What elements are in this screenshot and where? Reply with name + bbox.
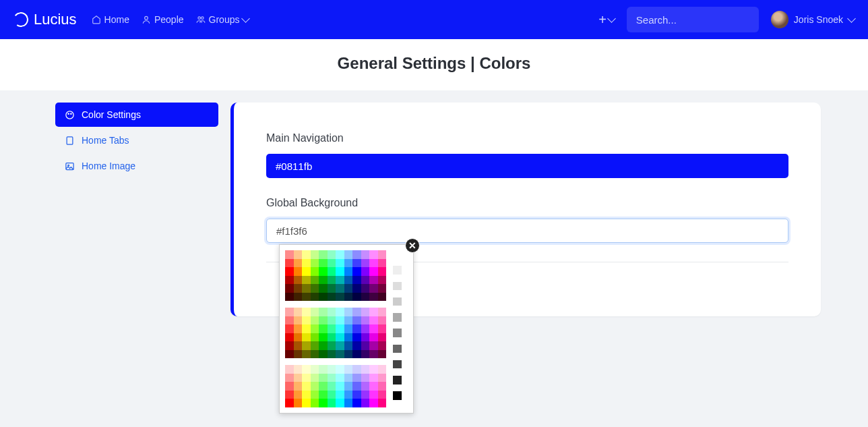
- color-swatch[interactable]: [319, 350, 328, 359]
- color-swatch[interactable]: [311, 293, 319, 302]
- color-swatch[interactable]: [378, 250, 387, 259]
- color-swatch[interactable]: [285, 341, 294, 350]
- color-swatch[interactable]: [294, 350, 303, 359]
- color-swatch[interactable]: [294, 341, 303, 350]
- close-icon[interactable]: ✕: [405, 238, 420, 253]
- color-swatch[interactable]: [369, 276, 378, 285]
- color-swatch[interactable]: [294, 259, 303, 268]
- color-swatch[interactable]: [352, 324, 361, 333]
- color-swatch[interactable]: [294, 267, 303, 276]
- search-input[interactable]: [627, 7, 759, 32]
- brand[interactable]: Lucius: [13, 11, 77, 28]
- color-swatch[interactable]: [294, 382, 303, 391]
- color-swatch[interactable]: [328, 382, 336, 391]
- color-swatch[interactable]: [311, 399, 319, 407]
- color-swatch[interactable]: [328, 267, 336, 276]
- color-swatch[interactable]: [285, 382, 294, 391]
- color-swatch[interactable]: [311, 333, 319, 342]
- color-swatch[interactable]: [311, 341, 319, 350]
- color-swatch[interactable]: [369, 374, 378, 382]
- color-swatch[interactable]: [311, 350, 319, 359]
- color-swatch[interactable]: [311, 276, 319, 285]
- color-swatch[interactable]: [294, 391, 303, 399]
- color-swatch[interactable]: [328, 316, 336, 325]
- color-swatch[interactable]: [378, 267, 387, 276]
- global-bg-color-input[interactable]: [266, 219, 788, 243]
- color-swatch[interactable]: [302, 284, 311, 293]
- color-swatch[interactable]: [302, 391, 311, 399]
- nav-home[interactable]: Home: [92, 14, 129, 25]
- color-swatch[interactable]: [311, 308, 319, 316]
- color-swatch[interactable]: [336, 324, 344, 333]
- sidebar-item-home-tabs[interactable]: Home Tabs: [55, 128, 218, 152]
- color-swatch[interactable]: [311, 250, 319, 259]
- color-swatch[interactable]: [344, 276, 353, 285]
- color-swatch[interactable]: [344, 284, 353, 293]
- color-swatch[interactable]: [369, 259, 378, 268]
- color-swatch[interactable]: [328, 276, 336, 285]
- color-swatch[interactable]: [352, 382, 361, 391]
- gray-swatch[interactable]: [393, 360, 402, 369]
- color-swatch[interactable]: [361, 250, 370, 259]
- color-swatch[interactable]: [328, 250, 336, 259]
- color-swatch[interactable]: [378, 284, 387, 293]
- color-swatch[interactable]: [294, 324, 303, 333]
- color-swatch[interactable]: [302, 316, 311, 325]
- color-swatch[interactable]: [369, 341, 378, 350]
- color-swatch[interactable]: [302, 374, 311, 382]
- color-swatch[interactable]: [328, 350, 336, 359]
- color-swatch[interactable]: [319, 316, 328, 325]
- color-swatch[interactable]: [361, 399, 370, 407]
- color-swatch[interactable]: [302, 365, 311, 374]
- color-swatch[interactable]: [352, 276, 361, 285]
- color-swatch[interactable]: [319, 374, 328, 382]
- color-swatch[interactable]: [352, 350, 361, 359]
- color-swatch[interactable]: [344, 316, 353, 325]
- color-swatch[interactable]: [344, 308, 353, 316]
- color-swatch[interactable]: [352, 267, 361, 276]
- color-swatch[interactable]: [378, 276, 387, 285]
- color-swatch[interactable]: [361, 341, 370, 350]
- color-swatch[interactable]: [378, 350, 387, 359]
- gray-swatch[interactable]: [393, 345, 402, 353]
- color-swatch[interactable]: [319, 259, 328, 268]
- color-swatch[interactable]: [361, 382, 370, 391]
- color-swatch[interactable]: [369, 316, 378, 325]
- color-swatch[interactable]: [302, 276, 311, 285]
- color-swatch[interactable]: [319, 341, 328, 350]
- color-swatch[interactable]: [328, 284, 336, 293]
- color-swatch[interactable]: [319, 324, 328, 333]
- color-swatch[interactable]: [311, 391, 319, 399]
- color-swatch[interactable]: [378, 365, 387, 374]
- color-swatch[interactable]: [336, 284, 344, 293]
- color-swatch[interactable]: [294, 284, 303, 293]
- color-swatch[interactable]: [361, 333, 370, 342]
- color-swatch[interactable]: [361, 350, 370, 359]
- color-swatch[interactable]: [344, 267, 353, 276]
- color-swatch[interactable]: [344, 391, 353, 399]
- color-swatch[interactable]: [294, 399, 303, 407]
- color-swatch[interactable]: [344, 250, 353, 259]
- color-swatch[interactable]: [311, 316, 319, 325]
- color-swatch[interactable]: [352, 284, 361, 293]
- color-swatch[interactable]: [344, 324, 353, 333]
- color-swatch[interactable]: [302, 382, 311, 391]
- color-swatch[interactable]: [378, 259, 387, 268]
- color-swatch[interactable]: [336, 316, 344, 325]
- color-swatch[interactable]: [336, 250, 344, 259]
- color-swatch[interactable]: [344, 374, 353, 382]
- color-swatch[interactable]: [311, 365, 319, 374]
- color-swatch[interactable]: [344, 399, 353, 407]
- sidebar-item-home-image[interactable]: Home Image: [55, 154, 218, 178]
- color-swatch[interactable]: [361, 267, 370, 276]
- color-swatch[interactable]: [369, 333, 378, 342]
- gray-swatch[interactable]: [393, 391, 402, 400]
- color-swatch[interactable]: [336, 374, 344, 382]
- color-swatch[interactable]: [302, 399, 311, 407]
- color-swatch[interactable]: [302, 324, 311, 333]
- color-swatch[interactable]: [352, 391, 361, 399]
- color-swatch[interactable]: [369, 382, 378, 391]
- color-swatch[interactable]: [311, 259, 319, 268]
- color-swatch[interactable]: [285, 293, 294, 302]
- color-swatch[interactable]: [302, 333, 311, 342]
